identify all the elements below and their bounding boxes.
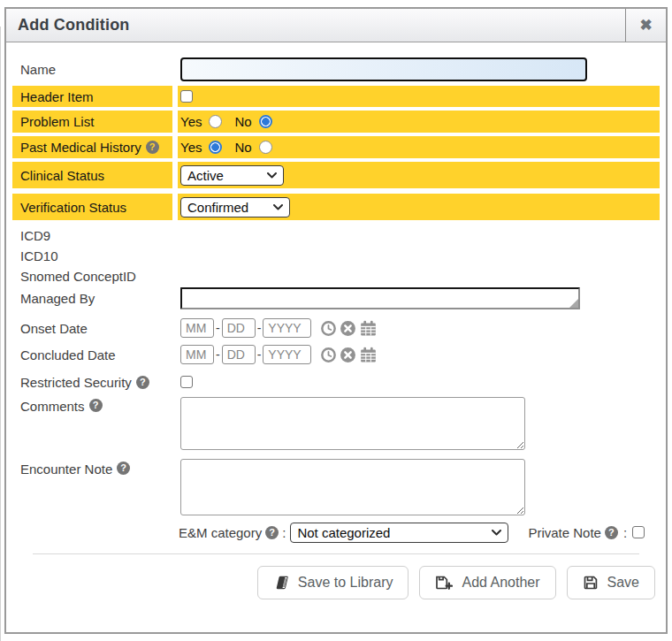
name-input[interactable]	[180, 57, 587, 81]
snomed-conceptid-row: Snomed ConceptID	[12, 266, 660, 286]
private-note-checkbox[interactable]	[632, 526, 645, 538]
chevron-down-icon	[267, 172, 277, 179]
pmh-no-label: No	[234, 140, 251, 155]
restricted-security-help-icon[interactable]: ?	[136, 376, 149, 389]
problem-list-no-label: No	[234, 114, 251, 129]
clock-icon[interactable]	[320, 320, 337, 337]
book-icon	[273, 575, 289, 591]
dialog-body: Name Header Item Problem List Yes No	[6, 42, 666, 599]
onset-date-label: Onset Date	[12, 316, 172, 340]
footer-actions: Save to Library Add Another	[11, 566, 655, 599]
comments-help-icon[interactable]: ?	[89, 399, 103, 412]
concluded-date-row: Concluded Date - -	[12, 342, 660, 367]
add-another-button[interactable]: Add Another	[419, 566, 555, 599]
past-medical-history-label: Past Medical History	[20, 140, 141, 155]
em-category-help-icon[interactable]: ?	[265, 526, 279, 539]
past-medical-history-row: Past Medical History ? Yes No	[12, 136, 660, 158]
problem-list-radio-group: Yes No	[180, 114, 285, 129]
dialog-title: Add Condition	[6, 9, 625, 42]
chevron-down-icon	[492, 530, 501, 536]
clinical-status-row: Clinical Status Active	[12, 162, 660, 188]
add-condition-dialog: Add Condition ✖ Name Header Item Problem…	[4, 7, 668, 634]
save-to-library-button[interactable]: Save to Library	[257, 566, 409, 599]
private-note-help-icon[interactable]: ?	[605, 526, 618, 539]
managed-by-input[interactable]	[180, 287, 580, 309]
date-separator: -	[257, 321, 262, 335]
clinical-status-select[interactable]: Active	[180, 165, 284, 186]
encounter-note-input[interactable]	[180, 459, 525, 515]
add-another-label: Add Another	[462, 575, 539, 591]
problem-list-yes-radio[interactable]	[209, 115, 222, 128]
icd10-label: ICD10	[12, 246, 172, 265]
verification-status-select[interactable]: Confirmed	[180, 197, 290, 217]
snomed-conceptid-label: Snomed ConceptID	[12, 266, 172, 286]
restricted-security-label: Restricted Security	[20, 375, 132, 390]
date-separator: -	[257, 347, 262, 362]
verification-status-row: Verification Status Confirmed	[12, 194, 660, 220]
icd9-row: ICD9	[12, 225, 660, 245]
em-category-select[interactable]: Not categorized	[290, 523, 508, 543]
clear-circle-icon[interactable]	[340, 320, 356, 337]
onset-day-input[interactable]	[222, 318, 256, 338]
footer-divider	[33, 553, 639, 554]
save-plus-icon	[435, 575, 453, 591]
calendar-icon[interactable]	[359, 320, 378, 337]
private-note-label: Private Note	[528, 525, 601, 540]
close-button[interactable]: ✖	[625, 9, 666, 42]
concluded-month-input[interactable]	[180, 345, 214, 364]
chevron-down-icon	[273, 204, 283, 210]
problem-list-label: Problem List	[12, 111, 172, 133]
em-category-row: E&M category ? : Not categorized Private…	[12, 522, 660, 543]
save-to-library-label: Save to Library	[298, 575, 393, 591]
verification-status-label: Verification Status	[12, 194, 172, 220]
close-icon: ✖	[639, 16, 652, 34]
pmh-yes-label: Yes	[180, 140, 202, 155]
save-icon	[583, 575, 599, 591]
name-label: Name	[12, 56, 172, 83]
concluded-year-input[interactable]	[263, 345, 311, 364]
pmh-no-radio[interactable]	[259, 141, 272, 154]
encounter-note-help-icon[interactable]: ?	[117, 462, 130, 475]
clear-circle-icon[interactable]	[340, 347, 356, 363]
icd9-label: ICD9	[12, 225, 172, 245]
concluded-date-label: Concluded Date	[12, 342, 172, 367]
encounter-note-label: Encounter Note	[20, 462, 112, 477]
verification-status-value: Confirmed	[187, 200, 248, 215]
managed-by-label: Managed By	[12, 286, 172, 310]
em-category-value: Not categorized	[297, 525, 390, 540]
clinical-status-label: Clinical Status	[12, 162, 172, 188]
header-item-label: Header Item	[12, 86, 172, 107]
em-category-label: E&M category	[179, 525, 262, 540]
restricted-security-row: Restricted Security ?	[12, 372, 660, 392]
problem-list-yes-label: Yes	[180, 114, 202, 129]
save-button[interactable]: Save	[567, 566, 655, 599]
header-item-checkbox[interactable]	[180, 90, 193, 103]
date-separator: -	[216, 347, 220, 362]
onset-month-input[interactable]	[180, 318, 214, 338]
name-row: Name	[12, 56, 660, 83]
em-category-colon: :	[282, 525, 286, 540]
private-note-colon: :	[623, 525, 627, 540]
managed-by-row: Managed By	[12, 286, 660, 310]
calendar-icon[interactable]	[359, 347, 378, 363]
onset-date-row: Onset Date - -	[12, 316, 660, 340]
comments-input[interactable]	[180, 397, 525, 450]
save-label: Save	[607, 575, 639, 591]
page-background-edge	[0, 27, 1, 641]
comments-row: Comments ?	[12, 396, 660, 451]
pmh-yes-radio[interactable]	[209, 141, 222, 154]
past-medical-history-help-icon[interactable]: ?	[146, 141, 159, 154]
clock-icon[interactable]	[320, 347, 337, 363]
past-medical-history-radio-group: Yes No	[180, 140, 285, 155]
problem-list-no-radio[interactable]	[259, 115, 272, 128]
restricted-security-checkbox[interactable]	[180, 376, 193, 388]
encounter-note-row: Encounter Note ?	[12, 459, 660, 515]
date-separator: -	[216, 321, 220, 335]
onset-year-input[interactable]	[263, 318, 311, 338]
clinical-status-value: Active	[187, 168, 224, 183]
header-item-row: Header Item	[12, 86, 660, 107]
dialog-titlebar: Add Condition ✖	[6, 9, 666, 42]
problem-list-row: Problem List Yes No	[12, 111, 660, 133]
concluded-day-input[interactable]	[222, 345, 256, 364]
comments-label: Comments	[20, 399, 85, 414]
